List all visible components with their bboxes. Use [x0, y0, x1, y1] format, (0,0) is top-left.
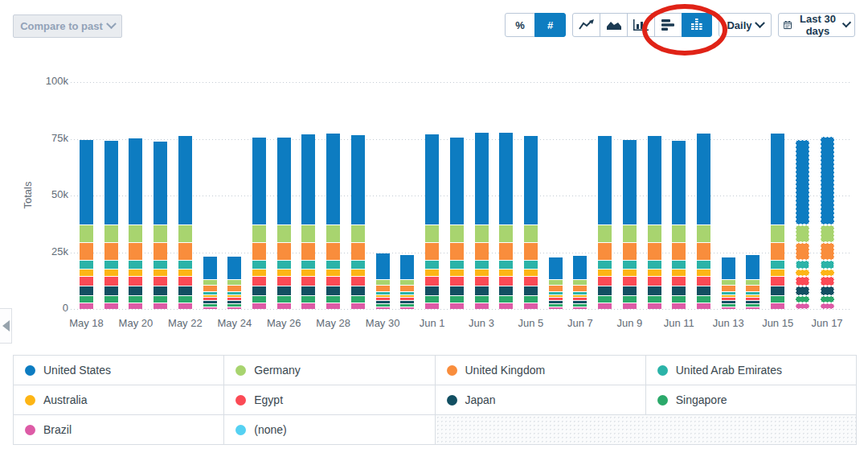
bar-segment-united-kingdom[interactable]	[104, 243, 118, 260]
stacked-bar-jun-17[interactable]	[821, 137, 834, 309]
stacked-bar-may-19[interactable]	[104, 141, 118, 309]
bar-segment-united-states[interactable]	[746, 255, 760, 279]
bar-segment-japan[interactable]	[227, 301, 241, 304]
bar-segment-brazil[interactable]	[104, 303, 118, 309]
bar-segment-brazil[interactable]	[351, 303, 365, 309]
bar-segment-united-arab-emirates[interactable]	[277, 261, 291, 269]
bar-segment-united-states[interactable]	[450, 138, 464, 224]
bar-segment-united-arab-emirates[interactable]	[524, 261, 538, 269]
bar-segment-germany[interactable]	[376, 280, 390, 286]
bar-segment-japan[interactable]	[104, 286, 118, 294]
bar-segment-united-arab-emirates[interactable]	[623, 261, 637, 269]
bar-segment-germany[interactable]	[598, 225, 612, 243]
bar-segment-egypt[interactable]	[672, 277, 686, 286]
bar-segment-japan[interactable]	[129, 286, 142, 294]
bar-segment-singapore[interactable]	[252, 296, 266, 303]
bar-segment-united-arab-emirates[interactable]	[672, 261, 686, 269]
bar-segment-singapore[interactable]	[623, 296, 637, 303]
stacked-bar-may-29[interactable]	[351, 135, 365, 309]
legend-item-japan[interactable]: Japan	[436, 385, 645, 414]
bar-segment-united-arab-emirates[interactable]	[129, 261, 142, 269]
bar-segment-united-states[interactable]	[104, 141, 118, 224]
bar-segment-brazil[interactable]	[697, 303, 710, 309]
bar-segment-egypt[interactable]	[129, 277, 142, 286]
bar-segment-united-arab-emirates[interactable]	[203, 292, 217, 294]
bar-segment-germany[interactable]	[623, 225, 637, 243]
bar-segment-singapore[interactable]	[425, 296, 439, 303]
bar-segment-united-states[interactable]	[227, 257, 241, 279]
bar-segment-brazil[interactable]	[573, 307, 587, 309]
bar-segment-germany[interactable]	[722, 280, 735, 286]
bar-segment-japan[interactable]	[623, 286, 637, 294]
bar-segment-germany[interactable]	[351, 225, 365, 243]
bar-segment-brazil[interactable]	[326, 303, 340, 309]
bar-segment-brazil[interactable]	[154, 303, 167, 309]
stacked-bar-jun-2[interactable]	[450, 138, 464, 309]
bar-segment-brazil[interactable]	[672, 303, 686, 309]
bar-segment-united-kingdom[interactable]	[80, 243, 93, 260]
compare-to-past-button[interactable]: Compare to past	[13, 14, 122, 38]
bar-segment-australia[interactable]	[326, 270, 340, 277]
stacked-bar-may-30[interactable]	[376, 253, 390, 309]
bar-segment-united-arab-emirates[interactable]	[771, 261, 784, 269]
area-chart-button[interactable]	[600, 13, 628, 37]
bar-segment-australia[interactable]	[129, 270, 142, 277]
bar-segment-united-arab-emirates[interactable]	[178, 261, 192, 269]
bar-segment-australia[interactable]	[252, 270, 266, 277]
bar-segment-germany[interactable]	[154, 225, 167, 243]
bar-segment-brazil[interactable]	[178, 303, 192, 309]
bar-segment-united-states[interactable]	[203, 257, 217, 279]
legend-item-australia[interactable]: Australia	[14, 385, 223, 414]
bar-segment-united-arab-emirates[interactable]	[80, 261, 93, 269]
bar-segment-united-kingdom[interactable]	[771, 243, 784, 260]
bar-segment-singapore[interactable]	[573, 304, 587, 307]
stacked-bar-jun-3[interactable]	[475, 133, 489, 309]
bar-segment-singapore[interactable]	[648, 296, 661, 303]
bar-segment-united-arab-emirates[interactable]	[697, 261, 710, 269]
bar-segment-united-states[interactable]	[425, 134, 439, 224]
bar-segment-united-states[interactable]	[549, 257, 563, 279]
bar-segment-germany[interactable]	[277, 225, 291, 243]
bar-segment-singapore[interactable]	[475, 296, 489, 303]
bar-segment-japan[interactable]	[746, 301, 760, 304]
bar-segment-united-arab-emirates[interactable]	[499, 261, 513, 269]
bar-segment-singapore[interactable]	[154, 296, 167, 303]
bar-segment-united-states[interactable]	[573, 256, 587, 279]
bar-segment-united-arab-emirates[interactable]	[425, 261, 439, 269]
bar-segment-singapore[interactable]	[376, 304, 390, 307]
bar-segment-brazil[interactable]	[450, 303, 464, 309]
stacked-bar-jun-8[interactable]	[598, 136, 612, 309]
bar-segment-germany[interactable]	[821, 225, 834, 243]
bar-segment-brazil[interactable]	[80, 303, 93, 309]
bar-segment-australia[interactable]	[351, 270, 365, 277]
bar-segment-egypt[interactable]	[475, 277, 489, 286]
bar-segment-brazil[interactable]	[821, 303, 834, 309]
bar-segment-australia[interactable]	[821, 270, 834, 277]
bar-segment-united-kingdom[interactable]	[722, 286, 735, 291]
bar-segment-australia[interactable]	[672, 270, 686, 277]
stacked-bar-jun-1[interactable]	[425, 134, 439, 309]
bar-segment-singapore[interactable]	[301, 296, 315, 303]
bar-segment-united-states[interactable]	[821, 137, 834, 224]
bar-segment-japan[interactable]	[722, 301, 735, 304]
bar-segment-japan[interactable]	[425, 286, 439, 294]
legend-item-brazil[interactable]: Brazil	[14, 415, 223, 444]
bar-segment-united-states[interactable]	[277, 138, 291, 224]
bar-segment-united-states[interactable]	[129, 138, 142, 224]
bar-segment-germany[interactable]	[425, 225, 439, 243]
bar-segment-japan[interactable]	[400, 301, 414, 304]
bar-segment-egypt[interactable]	[80, 277, 93, 286]
stacked-bar-may-27[interactable]	[301, 134, 315, 309]
bar-segment-australia[interactable]	[598, 270, 612, 277]
bar-segment-japan[interactable]	[326, 286, 340, 294]
bar-segment-japan[interactable]	[301, 286, 315, 294]
bar-segment-australia[interactable]	[450, 270, 464, 277]
bar-segment-singapore[interactable]	[178, 296, 192, 303]
bar-segment-united-arab-emirates[interactable]	[154, 261, 167, 269]
bar-segment-australia[interactable]	[746, 295, 760, 297]
bar-segment-united-arab-emirates[interactable]	[475, 261, 489, 269]
bar-segment-egypt[interactable]	[524, 277, 538, 286]
bar-segment-brazil[interactable]	[623, 303, 637, 309]
bar-segment-singapore[interactable]	[129, 296, 142, 303]
bar-segment-egypt[interactable]	[376, 298, 390, 300]
